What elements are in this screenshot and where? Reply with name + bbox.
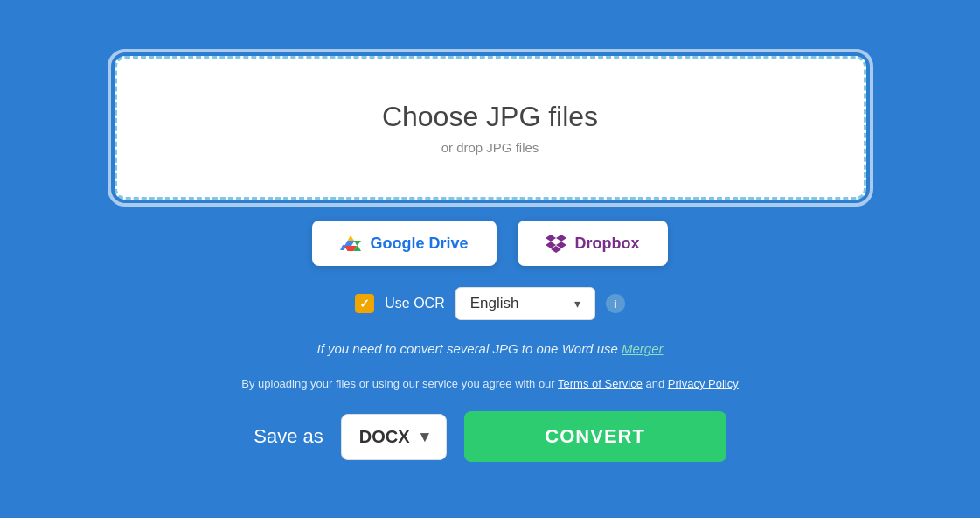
dropbox-button[interactable]: Dropbox (518, 220, 668, 266)
ocr-label: Use OCR (385, 296, 444, 312)
convert-button[interactable]: CONVERT (464, 411, 726, 462)
terms-text: By uploading your files or using our ser… (241, 377, 738, 390)
merger-note-prefix: If you need to convert several JPG to on… (316, 341, 617, 356)
google-drive-label: Google Drive (370, 234, 468, 253)
bottom-row: Save as DOCX ▾ CONVERT (254, 411, 726, 462)
drop-zone-subtitle: or drop JPG files (441, 140, 539, 155)
privacy-policy-link[interactable]: Privacy Policy (668, 377, 739, 390)
drop-zone[interactable]: Choose JPG files or drop JPG files (115, 56, 866, 200)
merger-note: If you need to convert several JPG to on… (316, 341, 663, 356)
info-icon[interactable]: i (606, 294, 625, 313)
merger-link[interactable]: Merger (622, 341, 664, 356)
format-value: DOCX (359, 427, 410, 447)
main-container: Choose JPG files or drop JPG files Googl… (115, 56, 866, 462)
ocr-language-select[interactable]: English ▾ (455, 287, 595, 320)
format-select[interactable]: DOCX ▾ (341, 414, 447, 460)
terms-and: and (646, 377, 668, 390)
ocr-language-value: English (470, 295, 519, 312)
google-drive-icon (340, 233, 361, 254)
google-drive-button[interactable]: Google Drive (312, 220, 496, 266)
ocr-check-icon: ✓ (359, 297, 370, 311)
ocr-checkbox[interactable]: ✓ (355, 294, 374, 313)
dropbox-label: Dropbox (575, 234, 640, 253)
ocr-row: ✓ Use OCR English ▾ i (355, 287, 624, 320)
chevron-down-icon: ▾ (420, 427, 428, 446)
save-as-label: Save as (254, 425, 323, 448)
terms-of-service-link[interactable]: Terms of Service (558, 377, 643, 390)
terms-prefix: By uploading your files or using our ser… (241, 377, 554, 390)
chevron-down-icon: ▾ (574, 297, 580, 311)
dropbox-icon (546, 233, 566, 254)
drop-zone-title: Choose JPG files (382, 101, 598, 133)
cloud-buttons-row: Google Drive Dropbox (312, 220, 667, 266)
